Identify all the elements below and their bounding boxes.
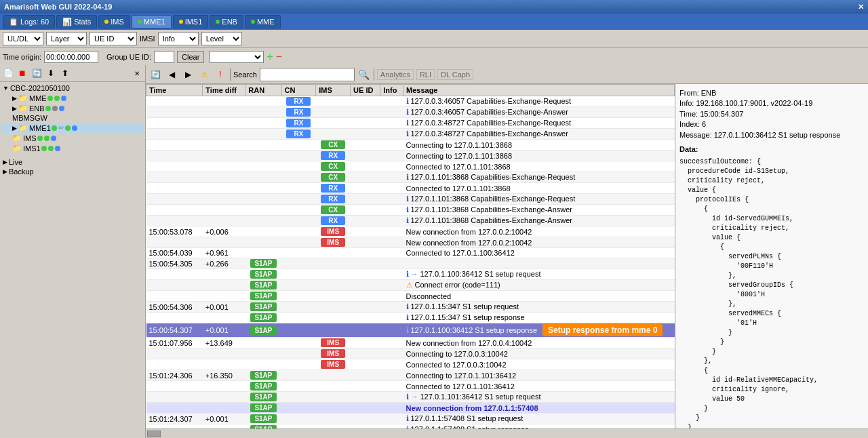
warning-icon[interactable]: ⚠	[197, 68, 211, 81]
table-row[interactable]: S1APℹ→127.0.1.101:36412 S1 setup request	[146, 392, 675, 403]
table-row[interactable]: S1AP⚠Connect error (code=111)	[146, 280, 675, 291]
tab-ims1[interactable]: IMS1	[173, 15, 209, 28]
tab-enb[interactable]: ENB	[210, 15, 243, 28]
table-row[interactable]: 15:01:24.307+0.001S1APℹ127.0.1.1:57408 S…	[146, 414, 675, 424]
group-ueid-input[interactable]	[154, 51, 174, 63]
tree-item-mme1[interactable]: ▶ 📁 MME1 ✏	[1, 123, 144, 133]
cell-ran	[245, 118, 281, 129]
table-row[interactable]: RXℹ127.0.1.101:3868 Capabilities-Exchang…	[146, 194, 675, 205]
table-row[interactable]: RXℹ127.0.0.3:46057 Capabilities-Exchange…	[146, 96, 675, 107]
time-row: Time origin: Group UE ID: Clear + −	[0, 47, 868, 65]
table-row[interactable]: S1APℹ127.0.1.1:57408 S1 setup response	[146, 424, 675, 429]
cell-ueid	[351, 248, 380, 258]
search-go-icon[interactable]: 🔍	[357, 68, 371, 81]
download-icon[interactable]: ⬇	[44, 66, 58, 80]
table-row[interactable]: RXℹ127.0.0.3:46057 Capabilities-Exchange…	[146, 107, 675, 118]
tree-item-mbmsgw[interactable]: MBMSGW	[1, 113, 144, 123]
table-row[interactable]: IMSConnecting to 127.0.0.3:10042	[146, 349, 675, 359]
cell-message: New connection from 127.0.0.2:10042	[403, 226, 675, 237]
upload-icon[interactable]: ⬆	[58, 66, 72, 80]
table-row[interactable]: RXConnected to 127.0.1.101:3868	[146, 183, 675, 194]
tab-mme1[interactable]: MME1	[132, 15, 172, 28]
cell-message: ℹ127.0.1.15:347 S1 setup request	[403, 302, 675, 313]
table-row[interactable]: CXConnecting to 127.0.1.101:3868	[146, 140, 675, 151]
table-row[interactable]: 15:00:54.307+0.001S1APℹ127.0.1.100:36412…	[146, 323, 675, 338]
cell-info	[380, 291, 403, 302]
cell-ims	[316, 96, 351, 107]
clear-button[interactable]: Clear	[177, 51, 204, 63]
table-row[interactable]: RXConnecting to 127.0.1.101:3868	[146, 151, 675, 161]
table-row[interactable]: IMSNew connection from 127.0.0.2:10042	[146, 237, 675, 248]
tree-item-enb[interactable]: ▶ 📁 ENB	[1, 103, 144, 113]
alert-icon[interactable]: !	[214, 68, 227, 81]
cell-message: Connected to 127.0.0.3:10042	[403, 359, 675, 370]
forward-icon[interactable]: ▶	[181, 68, 195, 81]
cell-time	[146, 96, 203, 107]
back-icon[interactable]: ◀	[165, 68, 178, 81]
time-origin-input[interactable]	[44, 51, 98, 63]
cell-timediff: +13.649	[203, 338, 245, 349]
layer-select[interactable]: LayerL1L2L3	[46, 32, 87, 45]
tree-item-cbc[interactable]: ▼ CBC-2021050100	[1, 83, 144, 93]
table-row[interactable]: 15:00:54.305+0.266S1AP	[146, 258, 675, 269]
table-row[interactable]: CXℹ127.0.1.101:3868 Capabilities-Exchang…	[146, 172, 675, 183]
info-select[interactable]: InfoBasicFull	[158, 32, 199, 45]
ueid-select[interactable]: UE ID12	[90, 32, 137, 45]
tab-mme[interactable]: MME	[245, 15, 281, 28]
table-row[interactable]: 15:00:54.039+0.961Connected to 127.0.1.1…	[146, 248, 675, 258]
cell-ran: S1AP	[245, 269, 281, 280]
table-row[interactable]: S1APℹ127.0.1.15:347 S1 setup response	[146, 313, 675, 323]
remove-button[interactable]: −	[276, 51, 282, 63]
ims1-dot	[179, 20, 183, 24]
tab-ims[interactable]: IMS	[98, 15, 130, 28]
cell-ims	[316, 323, 351, 338]
stop-icon[interactable]: ⏹	[16, 66, 29, 80]
table-row[interactable]: S1APNew connection from 127.0.1.1:57408	[146, 403, 675, 414]
cell-message: ⚠Connect error (code=111)	[403, 280, 675, 291]
level-select[interactable]: Level123	[201, 32, 242, 45]
ims1-dot1	[41, 146, 47, 151]
table-row[interactable]: RXℹ127.0.0.3:48727 Capabilities-Exchange…	[146, 118, 675, 129]
cell-time	[146, 359, 203, 370]
table-row[interactable]: CXConnected to 127.0.1.101:3868	[146, 161, 675, 172]
status-select[interactable]	[210, 51, 264, 63]
rli-button[interactable]: RLI	[416, 69, 435, 80]
refresh-icon[interactable]: 🔄	[30, 66, 43, 80]
cell-info	[380, 392, 403, 403]
close-button[interactable]: ✕	[858, 3, 864, 12]
table-row[interactable]: RXℹ127.0.1.101:3868 Capabilities-Exchang…	[146, 216, 675, 226]
reload-icon[interactable]: 🔄	[149, 68, 162, 81]
table-row[interactable]: IMSConnected to 127.0.0.3:10042	[146, 359, 675, 370]
table-row[interactable]: RXℹ127.0.0.3:48727 Capabilities-Exchange…	[146, 129, 675, 140]
table-row[interactable]: CXℹ127.0.1.101:3868 Capabilities-Exchang…	[146, 205, 675, 216]
cell-cn	[281, 302, 316, 313]
tree-item-live[interactable]: ▶ Live	[1, 157, 144, 167]
tab-stats[interactable]: 📊 Stats	[56, 15, 97, 28]
table-row[interactable]: 15:01:07.956+13.649IMSNew connection fro…	[146, 338, 675, 349]
bottom-scrollbar[interactable]	[146, 429, 868, 438]
tree-item-mme[interactable]: ▶ 📁 MME	[1, 93, 144, 103]
analytics-button[interactable]: Analytics	[377, 69, 414, 80]
new-icon[interactable]: 📄	[1, 66, 15, 80]
cell-ran	[245, 338, 281, 349]
cell-ims: IMS	[316, 237, 351, 248]
table-row[interactable]: S1APℹ→127.0.1.100:36412 S1 setup request	[146, 269, 675, 280]
table-row[interactable]: S1APDisconnected	[146, 291, 675, 302]
table-row[interactable]: 15:00:53.078+0.006IMSNew connection from…	[146, 226, 675, 237]
tree-item-backup[interactable]: ▶ Backup	[1, 167, 144, 176]
dl-caph-button[interactable]: DL Caph	[437, 69, 473, 80]
tree-item-ims[interactable]: 📁 IMS	[1, 133, 144, 143]
add-button[interactable]: +	[267, 51, 273, 63]
table-row[interactable]: 15:01:24.306+16.350S1APConnecting to 127…	[146, 370, 675, 381]
table-row[interactable]: S1APConnected to 127.0.1.101:36412	[146, 381, 675, 392]
cell-ran: S1AP	[245, 403, 281, 414]
tab-logs[interactable]: 📋 Logs: 60	[3, 15, 55, 28]
tree-item-ims1[interactable]: 📁 IMS1	[1, 143, 144, 153]
close-panel-icon[interactable]: ✕	[130, 66, 144, 80]
search-input[interactable]	[260, 68, 355, 81]
scroll-thumb[interactable]	[147, 431, 161, 437]
table-row[interactable]: 15:00:54.306+0.001S1APℹ127.0.1.15:347 S1…	[146, 302, 675, 313]
cell-cn	[281, 140, 316, 151]
enb-dot2	[52, 106, 58, 111]
uldl-select[interactable]: UL/DLULDL	[3, 32, 43, 45]
